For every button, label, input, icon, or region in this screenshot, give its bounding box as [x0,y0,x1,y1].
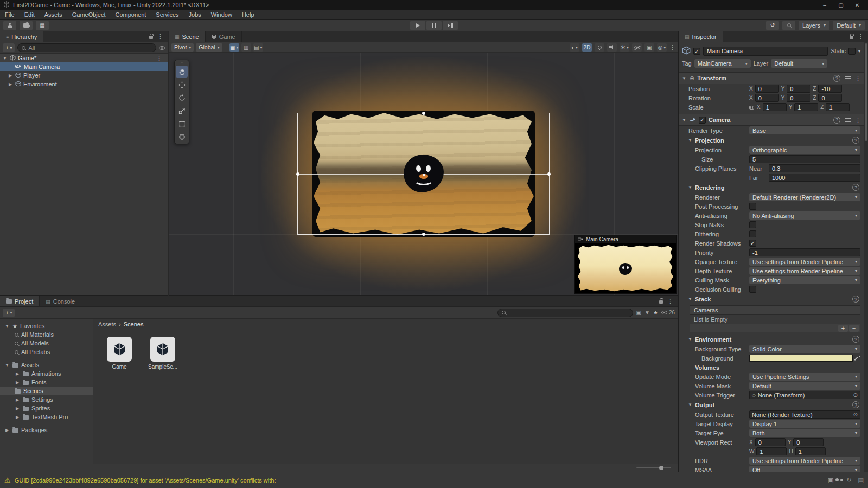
move-tool-button[interactable] [176,79,188,91]
menu-file[interactable]: File [0,10,20,19]
tree-all-prefabs[interactable]: All Prefabs [0,348,93,356]
hdr-dropdown[interactable]: Use settings from Render Pipeline▾ [749,457,860,465]
foldout-closed-icon[interactable]: ▶ [15,415,20,420]
gameobject-name-field[interactable]: Main Camera [703,47,828,56]
tab-inspector[interactable]: ▤ Inspector [679,31,723,42]
stack-section-header[interactable]: ▼ Stack ? [679,294,864,304]
refresh-status-icon[interactable]: ↻ [846,477,851,484]
rendering-section-header[interactable]: ▼ Rendering ? [679,182,864,192]
tab-project[interactable]: Project [0,296,40,306]
stop-nans-checkbox[interactable] [749,221,756,228]
scale-tool-button[interactable] [176,105,188,117]
hidden-packages-toggle[interactable]: 26 [661,310,675,316]
tree-folder-settings[interactable]: ▶Settings [0,395,93,404]
object-picker-icon[interactable]: ⊙ [853,392,858,398]
create-asset-button[interactable]: +▾ [3,309,15,317]
foldout-open-icon[interactable]: ▼ [4,363,10,368]
thumbnail-size-slider[interactable] [636,467,671,468]
snap-toggle-button[interactable]: ▥ [241,43,251,52]
foldout-closed-icon[interactable]: ▶ [15,397,20,402]
preset-icon[interactable] [845,118,851,123]
scene-visibility-toggle[interactable] [632,43,642,52]
asset-tile-samplescene[interactable]: SampleSc... [145,337,180,370]
tab-game[interactable]: Game [206,31,242,42]
version-control-button[interactable]: ▦ [36,21,49,30]
volume-trigger-field[interactable]: ◇ None (Transform) ⊙ [749,391,860,399]
culling-mask-dropdown[interactable]: Everything▾ [749,276,860,284]
viewport-h-field[interactable]: 1 [795,447,826,455]
scale-y-field[interactable]: 1 [794,103,818,111]
audio-toggle-button[interactable] [607,43,617,52]
player-character-sprite[interactable] [406,157,441,190]
hierarchy-item-environment[interactable]: ▶ Environment [0,80,168,88]
menu-help[interactable]: Help [237,10,259,19]
foldout-open-icon[interactable]: ▼ [687,185,693,190]
help-icon[interactable]: ? [833,117,840,124]
resize-handle-bottom[interactable] [422,233,425,236]
tree-packages[interactable]: ▶Packages [0,426,93,434]
output-texture-field[interactable]: None (Render Texture) ⊙ [749,410,860,419]
hierarchy-item-player[interactable]: ▶ Player [0,71,168,80]
palette-drag-handle[interactable]: ≡ [181,61,183,65]
rotate-tool-button[interactable] [176,92,188,104]
foldout-closed-icon[interactable]: ▶ [4,428,10,433]
collab-status-icon[interactable]: ▣ [828,477,833,484]
position-y-field[interactable]: 0 [787,85,810,93]
rect-tool-button[interactable] [176,118,188,130]
position-z-field[interactable]: -10 [818,85,842,93]
foldout-open-icon[interactable]: ▼ [681,76,687,81]
tree-folder-scenes[interactable]: Scenes [0,387,93,395]
menu-edit[interactable]: Edit [20,10,40,19]
opaque-texture-dropdown[interactable]: Use settings from Render Pipeline▾ [749,258,860,266]
projection-dropdown[interactable]: Orthographic▾ [749,146,860,154]
foldout-open-icon[interactable]: ▼ [687,402,693,407]
effects-dropdown[interactable]: ∗▾ [620,43,629,52]
open-in-search-icon[interactable]: ▣ [636,310,641,316]
view-tool-button[interactable] [176,66,188,78]
camera-enabled-checkbox[interactable] [699,117,706,124]
panel-menu-icon[interactable]: ⋮ [157,33,163,40]
lock-icon[interactable] [659,300,663,304]
undo-history-button[interactable]: ↺ [766,21,779,30]
foldout-closed-icon[interactable]: ▶ [15,371,20,376]
chevron-down-icon[interactable]: ▾ [858,49,860,54]
renderer-dropdown[interactable]: Default Renderer (Renderer2D)▾ [749,193,860,201]
shading-mode-dropdown[interactable]: ◐▾ [570,43,579,52]
pivot-dropdown[interactable]: Pivot▾ [171,43,194,52]
anti-aliasing-dropdown[interactable]: No Anti-aliasing▾ [749,211,860,220]
global-search-button[interactable] [782,21,795,30]
2d-toggle-button[interactable]: 2D [582,43,592,52]
dithering-checkbox[interactable] [749,230,756,237]
breadcrumb-root[interactable]: Assets [98,321,116,328]
menu-assets[interactable]: Assets [40,10,67,19]
scene-canvas[interactable]: ≡ Main Camera [169,53,678,295]
hierarchy-item-main-camera[interactable]: Main Camera [0,62,168,71]
tab-console[interactable]: ▤ Console [40,296,81,306]
position-x-field[interactable]: 0 [755,85,779,93]
foldout-closed-icon[interactable]: ▶ [15,380,20,385]
tree-all-models[interactable]: All Models [0,339,93,348]
foldout-open-icon[interactable]: ▼ [4,324,10,329]
post-processing-checkbox[interactable] [749,203,756,210]
foldout-open-icon[interactable]: ▼ [687,297,693,301]
foldout-closed-icon[interactable]: ▶ [8,82,13,87]
lighting-toggle-button[interactable] [595,43,604,52]
camera-component-header[interactable]: ▼ Camera ? ⋮ [679,114,864,126]
static-checkbox[interactable] [848,48,856,55]
filter-by-label-icon[interactable]: ★ [653,310,658,316]
gizmos-dropdown[interactable]: ◎▾ [657,43,667,52]
foldout-closed-icon[interactable]: ▶ [15,406,20,411]
cloud-services-button[interactable] [20,21,33,30]
layer-dropdown[interactable]: Default▾ [771,59,827,68]
slider-thumb[interactable] [659,466,663,470]
foldout-open-icon[interactable]: ▼ [687,337,693,342]
inspector-scrollbar[interactable] [864,42,868,472]
menu-component[interactable]: Component [110,10,151,19]
asset-tile-game[interactable]: Game [102,337,137,370]
enabled-checkbox[interactable] [693,48,700,55]
viewport-y-field[interactable]: 0 [793,438,824,446]
resize-handle-right[interactable] [547,172,551,176]
scene-view-menu-icon[interactable]: ⋮ [669,44,675,51]
output-section-header[interactable]: ▼ Output ? [679,400,864,410]
foldout-closed-icon[interactable]: ▶ [8,73,13,78]
